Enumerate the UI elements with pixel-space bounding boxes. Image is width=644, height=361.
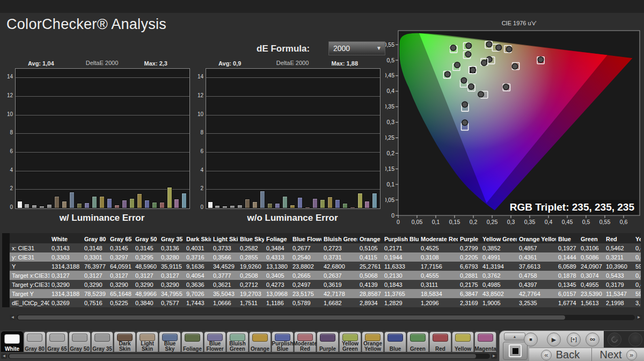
tab-blue[interactable]: Blue xyxy=(384,331,406,352)
tab-gray-50[interactable]: Gray 50 xyxy=(69,331,91,352)
tab-label: Orange xyxy=(251,342,269,352)
tab-label: Gray 80 xyxy=(25,342,45,352)
tab-purple[interactable]: Purple xyxy=(317,331,339,352)
swatch-icon xyxy=(342,334,358,341)
tab-orange[interactable]: Orange xyxy=(249,331,271,352)
stop-button[interactable]: ■ xyxy=(524,333,538,346)
table-cell: 59,5010 xyxy=(633,262,641,271)
step-pattern-button[interactable]: [+] xyxy=(567,333,581,346)
tabstrip-scrollbar[interactable]: ◄ ► xyxy=(1,353,497,359)
tab-gray-35[interactable]: Gray 35 xyxy=(91,331,113,352)
tab-blue-flower[interactable]: Blue Flower xyxy=(204,331,226,352)
scroll-left-icon[interactable]: ◄ xyxy=(10,315,16,320)
scrollbar-thumb[interactable] xyxy=(18,315,565,320)
loop-button[interactable]: ∞ xyxy=(586,333,599,346)
table-cell: 11,3765 xyxy=(382,289,419,298)
table-cell: 0,2881 xyxy=(458,271,480,280)
table-cell: 0,3297 xyxy=(108,252,133,262)
swatch-icon xyxy=(387,334,403,342)
tab-label: Green xyxy=(410,342,426,352)
measured-circle-marker xyxy=(506,46,512,52)
tab-red[interactable]: Red xyxy=(429,331,451,352)
bar-light-skin xyxy=(62,201,67,208)
tab-label: Moderate Red xyxy=(293,341,317,352)
table-cell: 0,3301 xyxy=(82,252,108,262)
table-scrollbar[interactable]: ◄ ► xyxy=(10,315,642,321)
extra-button[interactable] xyxy=(628,333,642,346)
pattern-window-button[interactable] xyxy=(503,342,528,360)
gridline xyxy=(206,189,380,190)
table-cell: 1,7443 xyxy=(184,298,211,307)
gridline xyxy=(206,133,380,134)
tab-gray-80[interactable]: Gray 80 xyxy=(24,331,46,352)
row-label: Target Y xyxy=(10,289,49,298)
x-tick-label: 0,3 xyxy=(507,219,515,225)
tab-light-skin[interactable]: Light Skin xyxy=(136,331,158,352)
next-button[interactable]: Next » xyxy=(592,348,644,361)
table-cell: 0,2723 xyxy=(321,243,357,252)
stop-icon: ■ xyxy=(529,337,532,342)
y-tick-label: 0,45 xyxy=(385,72,394,78)
column-header-purplish-blue: Purplish Blue xyxy=(382,233,419,243)
tab-foliage[interactable]: Foliage xyxy=(181,331,203,352)
row-gutter xyxy=(2,298,10,307)
gridline xyxy=(206,96,380,97)
tab-label: Purplish Blue xyxy=(272,341,294,352)
tab-dark-skin[interactable]: Dark Skin xyxy=(114,331,136,352)
play-button[interactable]: ▶ xyxy=(547,333,561,346)
y-axis-tick-label: 4 xyxy=(0,167,13,173)
tab-blue-sky[interactable]: Blue Sky xyxy=(159,331,181,352)
refresh-button[interactable] xyxy=(608,333,621,346)
column-header-gray-50: Gray 50 xyxy=(133,233,159,243)
scroll-right-icon[interactable]: ► xyxy=(636,315,642,320)
swatch-icon xyxy=(72,334,87,342)
x-tick-label: 0,5 xyxy=(582,219,590,225)
bar-moderate-red xyxy=(114,205,120,208)
scroll-right-icon[interactable]: ► xyxy=(491,353,497,359)
tab-bluish-green[interactable]: Bluish Green xyxy=(226,331,248,352)
measured-circle-marker xyxy=(466,43,472,49)
tab-magenta[interactable]: Magenta xyxy=(474,331,496,352)
tab-orange-yellow[interactable]: Orange Yellow xyxy=(362,331,384,352)
table-cell: 23,5390 xyxy=(579,289,604,298)
bar-orange-yellow xyxy=(137,193,142,208)
de-formula-dropdown[interactable]: 2000 ▼ xyxy=(328,41,385,55)
chart-title: w/o Luminance Error xyxy=(206,213,379,223)
row-gutter xyxy=(2,243,10,252)
y-axis-tick-label: 2 xyxy=(0,185,13,191)
collapse-panel-button[interactable]: ▲ xyxy=(504,333,525,341)
tab-gray-65[interactable]: Gray 65 xyxy=(46,331,68,352)
tab-yellow[interactable]: Yellow xyxy=(452,331,474,352)
tab-green[interactable]: Green xyxy=(407,331,429,352)
tab-purplish-blue[interactable]: Purplish Blue xyxy=(272,331,294,352)
rgb-triplet-readout: RGB Triplet: 235, 235, 235 xyxy=(510,201,635,213)
bar-gray-80 xyxy=(215,205,220,208)
bar-magenta xyxy=(364,201,370,208)
tab-white[interactable]: White xyxy=(1,331,23,352)
scrollbar-track[interactable] xyxy=(17,315,635,320)
swatch-icon xyxy=(365,334,380,341)
measured-circle-marker xyxy=(478,91,484,97)
column-header-moderate-red: Moderate Red xyxy=(419,233,458,243)
table-cell: 0,3108 xyxy=(419,252,458,262)
scroll-left-icon[interactable]: ◄ xyxy=(1,353,7,359)
scrollbar-track[interactable] xyxy=(8,353,490,359)
tab-label: Magenta xyxy=(474,342,496,352)
swatch-icon xyxy=(252,334,268,342)
tab-moderate-red[interactable]: Moderate Red xyxy=(294,331,316,352)
table-cell: 0,3290 xyxy=(49,280,82,289)
bar-orange-yellow xyxy=(327,197,333,208)
bar-blue-sky xyxy=(260,191,265,208)
y-tick-label: 0,3 xyxy=(386,119,394,125)
bar-blue xyxy=(144,200,150,208)
table-cell: 0,3777 xyxy=(211,271,238,280)
column-header-orange-yellow: Orange Yellow xyxy=(517,233,556,243)
back-button[interactable]: « Back xyxy=(529,348,592,361)
tab-label: Yellow xyxy=(455,342,471,352)
tab-yellow-green[interactable]: Yellow Green xyxy=(339,331,361,352)
table-cell: 0,3127 xyxy=(108,271,133,280)
bar-yellow xyxy=(167,187,172,208)
scrollbar-thumb[interactable] xyxy=(9,354,476,358)
table-cell: 1,5613 xyxy=(579,298,604,307)
bar-gray-80 xyxy=(24,204,30,208)
